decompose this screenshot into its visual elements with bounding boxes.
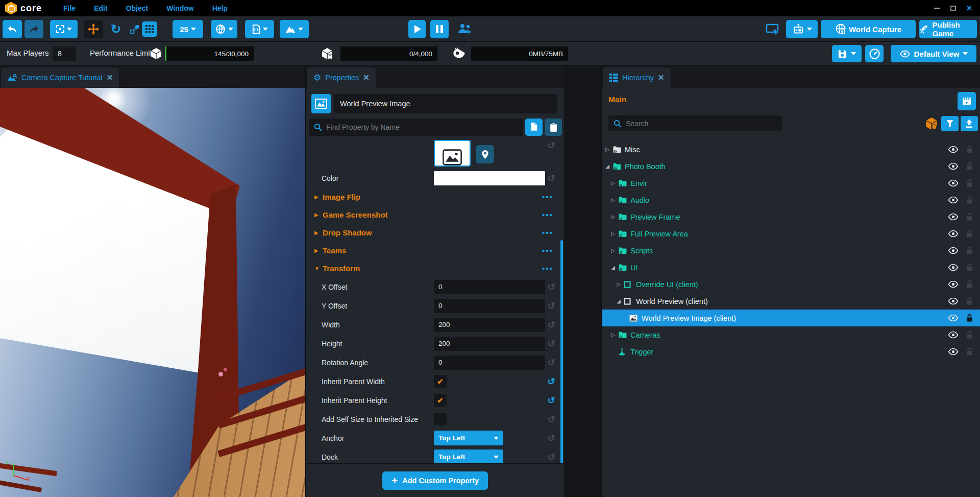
tree-item-scripts[interactable]: ▷Scripts bbox=[602, 242, 980, 259]
expand-closed-icon[interactable]: ▷ bbox=[610, 214, 616, 220]
lock-icon[interactable] bbox=[966, 263, 973, 274]
reset-icon[interactable]: ↺ bbox=[545, 433, 557, 444]
reset-icon[interactable]: ↺ bbox=[545, 357, 557, 368]
performance-gauge-button[interactable] bbox=[865, 45, 884, 62]
object-name-input[interactable] bbox=[334, 94, 557, 113]
world-capture-button[interactable]: World Capture bbox=[821, 20, 916, 38]
visibility-eye-icon[interactable] bbox=[948, 264, 959, 273]
close-icon[interactable]: ✕ bbox=[658, 73, 665, 82]
lock-icon[interactable] bbox=[966, 347, 973, 358]
reset-icon[interactable]: ↺ bbox=[545, 173, 557, 184]
tree-item-photo-booth[interactable]: ◢Photo Booth bbox=[602, 158, 980, 175]
reset-icon[interactable]: ↺ bbox=[545, 414, 557, 425]
reset-icon[interactable]: ↺ bbox=[545, 281, 557, 293]
close-icon[interactable]: ✕ bbox=[107, 73, 113, 82]
visibility-eye-icon[interactable] bbox=[948, 162, 959, 172]
lock-icon[interactable] bbox=[966, 280, 973, 291]
visibility-eye-icon[interactable] bbox=[948, 230, 959, 240]
add-custom-property-button[interactable]: + Add Custom Property bbox=[382, 471, 488, 490]
tab-camera-capture-tutorial[interactable]: Camera Capture Tutorial ✕ bbox=[1, 67, 119, 88]
terrain-dropdown[interactable] bbox=[280, 20, 309, 38]
tree-item-override-ui-client[interactable]: ▷Override UI (client) bbox=[602, 276, 980, 293]
reset-icon[interactable]: ↺ bbox=[545, 395, 557, 406]
select-tool-dropdown[interactable] bbox=[50, 20, 78, 38]
tree-item-preview-frame[interactable]: ▷Preview Frame bbox=[602, 208, 980, 225]
visibility-eye-icon[interactable] bbox=[948, 280, 959, 290]
networked-filter-toggle[interactable] bbox=[924, 116, 939, 131]
reset-icon[interactable]: ↺ bbox=[545, 300, 557, 312]
properties-scroll-area[interactable]: ↺ Color ↺ ▶Image Flip•••▶Game Screenshot… bbox=[306, 140, 564, 463]
property-section-game-screenshot[interactable]: ▶Game Screenshot••• bbox=[306, 206, 564, 224]
tab-hierarchy[interactable]: Hierarchy ✕ bbox=[603, 67, 671, 88]
find-in-catalog-button[interactable] bbox=[476, 145, 494, 163]
redo-button[interactable] bbox=[24, 20, 43, 38]
hierarchy-search-field[interactable] bbox=[608, 115, 782, 131]
filter-button[interactable] bbox=[941, 116, 959, 131]
expand-closed-icon[interactable]: ▷ bbox=[610, 231, 616, 236]
visibility-eye-icon[interactable] bbox=[948, 247, 959, 256]
tree-item-trigger[interactable]: Trigger bbox=[602, 343, 980, 360]
reset-icon[interactable]: ↺ bbox=[545, 319, 557, 330]
world-settings-dropdown[interactable] bbox=[211, 20, 237, 38]
property-section-image-flip[interactable]: ▶Image Flip••• bbox=[306, 188, 564, 206]
field-value-input[interactable] bbox=[434, 280, 545, 294]
visibility-eye-icon[interactable] bbox=[948, 179, 959, 189]
section-options-icon[interactable]: ••• bbox=[542, 193, 553, 201]
menu-object[interactable]: Object bbox=[119, 2, 156, 15]
expand-closed-icon[interactable]: ▷ bbox=[610, 197, 616, 203]
script-dropdown[interactable] bbox=[245, 20, 274, 38]
viewport-3d-scene[interactable]: Y X bbox=[0, 88, 305, 497]
visibility-eye-icon[interactable] bbox=[948, 314, 959, 324]
field-value-input[interactable] bbox=[434, 356, 545, 370]
reset-icon[interactable]: ↺ bbox=[545, 376, 557, 387]
snap-size-dropdown[interactable]: 25 bbox=[173, 20, 203, 38]
reset-icon[interactable]: ↺ bbox=[545, 338, 557, 349]
field-dropdown[interactable]: Top Left bbox=[434, 431, 503, 445]
multiplayer-preview-button[interactable] bbox=[456, 20, 474, 38]
export-button[interactable] bbox=[961, 116, 978, 131]
close-icon[interactable]: ✕ bbox=[363, 73, 370, 82]
expand-closed-icon[interactable]: ▷ bbox=[610, 180, 616, 186]
close-button[interactable]: × bbox=[963, 3, 976, 14]
tree-item-misc[interactable]: ▷Misc bbox=[602, 141, 980, 158]
minimize-button[interactable] bbox=[930, 3, 943, 14]
field-value-input[interactable] bbox=[434, 318, 545, 332]
visibility-eye-icon[interactable] bbox=[948, 146, 959, 155]
paste-properties-button[interactable] bbox=[545, 119, 562, 136]
section-options-icon[interactable]: ••• bbox=[542, 228, 553, 237]
visibility-eye-icon[interactable] bbox=[948, 196, 959, 206]
capture-scene-button[interactable] bbox=[958, 92, 976, 110]
field-value-input[interactable] bbox=[434, 299, 545, 313]
menu-window[interactable]: Window bbox=[159, 2, 201, 15]
expand-closed-icon[interactable]: ▷ bbox=[610, 332, 616, 338]
image-thumbnail[interactable] bbox=[434, 140, 471, 167]
tree-item-envir[interactable]: ▷Envir bbox=[602, 175, 980, 192]
visibility-eye-icon[interactable] bbox=[948, 348, 959, 358]
tree-item-audio[interactable]: ▷Audio bbox=[602, 192, 980, 208]
undo-button[interactable] bbox=[3, 20, 22, 38]
reset-icon[interactable]: ↺ bbox=[545, 452, 557, 463]
menu-file[interactable]: File bbox=[56, 2, 83, 15]
menu-edit[interactable]: Edit bbox=[87, 2, 114, 15]
screen-share-button[interactable] bbox=[764, 20, 782, 38]
field-value-input[interactable] bbox=[434, 337, 545, 351]
expand-closed-icon[interactable]: ▷ bbox=[610, 248, 616, 253]
field-dropdown[interactable]: Top Left bbox=[434, 449, 503, 463]
reset-icon[interactable]: ↺ bbox=[545, 140, 557, 151]
save-dropdown[interactable] bbox=[832, 45, 862, 62]
lock-icon[interactable] bbox=[966, 229, 973, 240]
property-search-field[interactable] bbox=[309, 119, 523, 136]
lock-icon[interactable] bbox=[966, 246, 973, 257]
rotate-tool-button[interactable]: ↻ bbox=[107, 20, 125, 38]
property-section-transform[interactable]: ▼Transform••• bbox=[306, 259, 564, 277]
visibility-eye-icon[interactable] bbox=[948, 213, 959, 223]
tree-item-world-preview-client[interactable]: ◢World Preview (client) bbox=[602, 293, 980, 310]
maximize-button[interactable] bbox=[946, 3, 960, 14]
grid-snap-button[interactable] bbox=[142, 21, 157, 37]
hierarchy-search-input[interactable] bbox=[626, 120, 777, 128]
tree-item-world-preview-image-client[interactable]: World Preview Image (client) bbox=[602, 310, 980, 326]
expand-open-icon[interactable]: ◢ bbox=[604, 163, 610, 169]
field-checkbox[interactable]: ✔ bbox=[434, 375, 447, 388]
panel-splitter[interactable] bbox=[564, 65, 601, 497]
publish-game-button[interactable]: Publish Game bbox=[919, 20, 977, 38]
